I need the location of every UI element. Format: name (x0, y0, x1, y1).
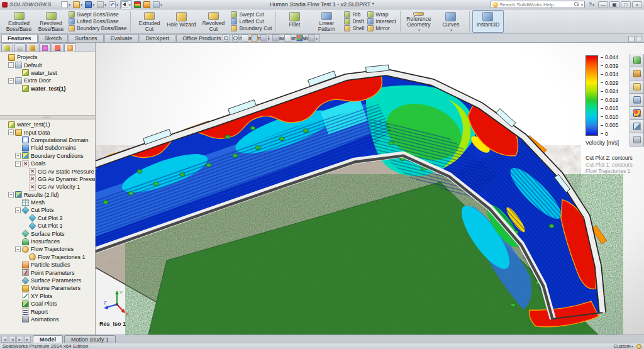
tree-item[interactable]: Surface Plots (0, 230, 95, 237)
zoom-to-area-button[interactable] (231, 35, 240, 42)
close-button[interactable]: × (632, 1, 642, 8)
expander-icon[interactable] (8, 192, 14, 197)
search-caret-icon[interactable] (580, 1, 583, 8)
command-tab[interactable]: Surfaces (69, 34, 104, 42)
revolved-cut-button[interactable]: Revolved Cut (197, 10, 229, 33)
previous-view-button[interactable] (241, 35, 249, 42)
flow-simulation-manager-tab[interactable] (64, 43, 76, 52)
tree-item[interactable]: Surface Parameters (0, 277, 95, 284)
expander-icon[interactable] (15, 161, 21, 167)
tree-item[interactable]: Mesh (0, 199, 95, 206)
tree-item[interactable]: water_test(1) (0, 121, 95, 128)
wrap-button[interactable]: Wrap (366, 11, 397, 18)
legend-plot-entry[interactable]: Flow Trajectories 1 (586, 168, 644, 175)
save-button[interactable] (84, 1, 95, 9)
tree-item[interactable]: Default (0, 61, 95, 69)
swept-cut-button[interactable]: Swept Cut (230, 11, 273, 18)
expander-icon[interactable] (8, 130, 14, 135)
dock-tab[interactable]: Motion Study 1 (64, 335, 116, 343)
hide-show-items-button[interactable] (284, 35, 294, 42)
dimxpertmanager-tab[interactable] (39, 43, 51, 52)
view-palette-tab[interactable] (630, 94, 644, 107)
command-tab[interactable]: Office Products (176, 34, 227, 42)
graphics-viewport[interactable]: 0.0440.0390.0340.0290.0240.0190.0150.010… (96, 43, 644, 335)
tree-item[interactable]: Flow Trajectories (0, 245, 95, 253)
command-tab[interactable]: Sketch (38, 34, 69, 42)
expander-icon[interactable] (15, 208, 21, 213)
command-tab[interactable]: Features (1, 34, 38, 42)
solidworks-resources-tab[interactable] (630, 54, 644, 67)
view-orientation-button[interactable] (260, 35, 270, 42)
edit-appearance-button[interactable] (296, 35, 306, 42)
expand-pane-icon[interactable] (628, 36, 635, 42)
featuremanager-tab[interactable] (1, 43, 13, 52)
minimize-button[interactable]: — (598, 1, 608, 8)
custom-toolbar-selector[interactable]: Custom (613, 343, 633, 349)
linear-pattern-button[interactable]: Linear Pattern (311, 10, 342, 33)
select-button[interactable] (120, 0, 132, 9)
tree-item[interactable]: Isosurfaces (0, 238, 95, 245)
rib-button[interactable]: Rib (343, 11, 365, 18)
tree-item[interactable]: Projects (0, 53, 95, 61)
extruded-cut-button[interactable]: Extruded Cut (133, 10, 165, 33)
help-button[interactable]: ? (587, 1, 596, 8)
dock-scroll-arrow[interactable]: ▶ (16, 336, 23, 343)
print-button[interactable] (96, 1, 107, 9)
new-document-button[interactable] (60, 1, 71, 9)
fillet-button[interactable]: Fillet (279, 10, 310, 33)
tree-item[interactable]: XY Plots (0, 292, 95, 300)
stadium-flow-model[interactable] (96, 43, 644, 335)
custom-properties-tab[interactable] (630, 133, 644, 147)
restore-button[interactable]: ▣ (609, 1, 619, 8)
hole-wizard-button[interactable]: Hole Wizard (165, 10, 197, 33)
tree-item[interactable]: Cut Plots (0, 206, 95, 214)
expander-icon[interactable] (8, 62, 14, 68)
tree-item[interactable]: Particle Studies (0, 261, 95, 269)
pin-pane-icon[interactable] (636, 36, 642, 42)
dock-scroll-arrow[interactable]: ◀ (1, 336, 8, 343)
tree-item[interactable]: Goal Plots (0, 300, 95, 307)
panel-splitter[interactable]: ••• (0, 115, 95, 119)
legend-plot-entry[interactable]: Cut Plot 1: contours (586, 162, 644, 169)
reference-geometry-button[interactable]: Reference Geometry (403, 10, 435, 33)
section-view-button[interactable] (250, 35, 258, 42)
view-settings-button[interactable] (308, 35, 318, 42)
display-style-button[interactable] (272, 35, 282, 42)
dock-scroll-arrow[interactable]: ▶ (24, 336, 31, 343)
options-button[interactable] (143, 1, 151, 9)
propertymanager-tab[interactable] (14, 43, 26, 52)
tree-item[interactable]: Point Parameters (0, 269, 95, 276)
search-icon[interactable] (574, 2, 579, 7)
expander-icon[interactable] (15, 153, 21, 158)
design-library-tab[interactable] (630, 67, 644, 80)
tree-item[interactable]: Goals (0, 160, 95, 167)
swept-boss-button[interactable]: Swept Boss/Base (67, 11, 128, 18)
displaymanager-tab[interactable] (52, 43, 64, 52)
undo-button[interactable] (108, 1, 119, 9)
lofted-cut-button[interactable]: Lofted Cut (230, 18, 273, 25)
command-tab[interactable]: Evaluate (104, 34, 139, 42)
draft-button[interactable]: Draft (343, 18, 365, 25)
tree-item[interactable]: GG Av Static Pressure 1 (0, 167, 95, 175)
tree-item[interactable]: Animations (0, 316, 95, 323)
expander-icon[interactable] (8, 78, 14, 84)
boundary-cut-button[interactable]: Boundary Cut (230, 25, 273, 31)
instant3d-button[interactable]: Instant3D (472, 10, 504, 33)
dock-scroll-arrow[interactable]: ◀ (9, 336, 16, 343)
legend-plot-entry[interactable]: Cut Plot 2: contours (586, 155, 644, 162)
zoom-to-fit-button[interactable] (222, 35, 230, 42)
appearances-tab[interactable] (630, 107, 644, 120)
revolved-boss-button[interactable]: Revolved Boss/Base (35, 10, 67, 33)
tree-item[interactable]: Computational Domain (0, 136, 95, 144)
tree-item[interactable]: GG Av Velocity 1 (0, 183, 95, 191)
tree-item[interactable]: Extra Door (0, 77, 95, 84)
tree-item[interactable]: Cut Plot 1 (0, 222, 95, 230)
search-input[interactable] (499, 2, 573, 8)
tree-item[interactable]: Boundary Conditions (0, 152, 95, 160)
intersect-button[interactable]: Intersect (366, 18, 397, 25)
command-tab[interactable]: DimXpert (140, 34, 176, 42)
file-properties-button[interactable] (152, 1, 163, 9)
expander-icon[interactable] (15, 247, 21, 252)
file-explorer-tab[interactable] (630, 80, 644, 94)
help-search-box[interactable] (491, 1, 585, 8)
